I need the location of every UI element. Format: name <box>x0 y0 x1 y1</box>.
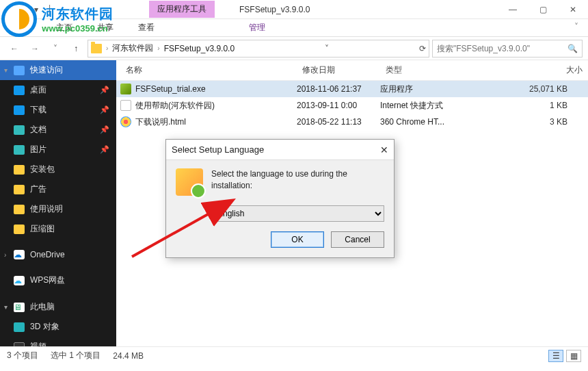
pin-icon: 📌 <box>100 86 109 94</box>
sidebar-item-zip[interactable]: 压缩图 <box>0 219 116 239</box>
sidebar-item-quick-access[interactable]: ▾快速访问 <box>0 60 116 80</box>
language-dialog: Select Setup Language ✕ Select the langu… <box>165 139 395 258</box>
pin-icon: 📌 <box>100 145 109 154</box>
file-row[interactable]: 使用帮助(河东软件园) 2013-09-11 0:00 Internet 快捷方… <box>116 97 588 114</box>
sidebar-item-label: 压缩图 <box>30 223 55 235</box>
maximize-button[interactable]: ▢ <box>528 0 558 19</box>
dialog-title: Select Setup Language <box>172 144 264 155</box>
sidebar-item-manual[interactable]: 使用说明 <box>0 199 116 219</box>
search-icon[interactable]: 🔍 <box>567 44 578 53</box>
sidebar-item-label: 桌面 <box>30 84 46 96</box>
app-tools-context-tab[interactable]: 应用程序工具 <box>149 1 215 18</box>
col-size[interactable]: 大小 <box>473 64 588 76</box>
pin-icon: 📌 <box>100 125 109 134</box>
address-bar: ← → ˅ ↑ › 河东软件园 › FSFSetup_v3.9.0.0 ˅ ⟳ … <box>0 37 588 60</box>
cancel-button[interactable]: Cancel <box>331 231 384 248</box>
status-count: 3 个项目 <box>7 350 38 361</box>
nav-sidebar: ▾快速访问 桌面📌 下载📌 文档📌 图片📌 安装包 广告 使用说明 压缩图 ›☁… <box>0 60 116 346</box>
col-date[interactable]: 修改日期 <box>297 64 380 76</box>
sidebar-item-downloads[interactable]: 下载📌 <box>0 100 116 120</box>
tab-manage[interactable]: 管理 <box>239 19 275 36</box>
url-icon <box>120 100 131 111</box>
status-size: 24.4 MB <box>113 351 144 361</box>
qat-item[interactable]: ▾ <box>30 3 42 16</box>
file-row[interactable]: FSFSetup_trial.exe 2018-11-06 21:37 应用程序… <box>116 81 588 97</box>
ribbon-collapse-icon[interactable]: ˅ <box>565 19 588 36</box>
dialog-close-button[interactable]: ✕ <box>380 144 388 155</box>
sidebar-item-label: 此电脑 <box>30 301 55 313</box>
sidebar-item-wps[interactable]: ☁WPS网盘 <box>0 270 116 290</box>
close-button[interactable]: ✕ <box>558 0 588 19</box>
tab-share[interactable]: 共享 <box>88 19 123 36</box>
breadcrumb[interactable]: › 河东软件园 › FSFSetup_v3.9.0.0 ˅ ⟳ <box>88 40 429 57</box>
sidebar-item-label: 视频 <box>30 341 46 346</box>
sidebar-item-label: 图片 <box>30 144 46 155</box>
crumb-current[interactable]: FSFSetup_v3.9.0.0 <box>164 44 235 53</box>
column-headers: 名称 修改日期 类型 大小 <box>116 60 588 81</box>
sidebar-item-documents[interactable]: 文档📌 <box>0 120 116 140</box>
file-type: 360 Chrome HT... <box>380 117 473 127</box>
sidebar-item-ads[interactable]: 广告 <box>0 179 116 199</box>
titlebar: ▭ ▫ ▾ │ 应用程序工具 FSFSetup_v3.9.0.0 — ▢ ✕ <box>0 0 588 19</box>
file-size: 25,071 KB <box>473 84 588 94</box>
file-name: 下载说明.html <box>135 116 186 128</box>
window-title: FSFSetup_v3.9.0.0 <box>239 5 310 14</box>
refresh-icon[interactable]: ⟳ <box>419 44 426 53</box>
status-bar: 3 个项目 选中 1 个项目 24.4 MB ☰ ▦ <box>0 346 588 364</box>
chevron-right-icon: › <box>157 44 159 52</box>
sidebar-item-installer[interactable]: 安装包 <box>0 159 116 179</box>
dialog-text: Select the language to use during the in… <box>211 168 384 196</box>
qat-item[interactable]: ▫ <box>16 3 29 16</box>
dropdown-icon[interactable]: ˅ <box>325 44 329 53</box>
file-name: 使用帮助(河东软件园) <box>135 100 215 112</box>
sidebar-item-label: 安装包 <box>30 164 55 175</box>
view-icons-button[interactable]: ▦ <box>566 350 581 362</box>
sidebar-item-3d[interactable]: 3D 对象 <box>0 317 116 337</box>
exe-icon <box>120 84 131 94</box>
sidebar-item-this-pc[interactable]: ▾🖥此电脑 <box>0 297 116 317</box>
setup-icon <box>176 168 203 196</box>
col-name[interactable]: 名称 <box>120 64 297 76</box>
status-selected: 选中 1 个项目 <box>51 350 101 361</box>
up-button[interactable]: ↑ <box>67 40 85 57</box>
sidebar-item-label: 快速访问 <box>30 64 63 76</box>
sidebar-item-label: OneDrive <box>30 250 65 259</box>
file-type: 应用程序 <box>380 84 473 95</box>
sidebar-item-label: 广告 <box>30 183 46 195</box>
recent-dropdown[interactable]: ˅ <box>46 40 64 57</box>
pin-icon: 📌 <box>100 105 109 114</box>
search-box[interactable]: 🔍 <box>432 40 583 57</box>
tab-view[interactable]: 查看 <box>129 19 164 36</box>
qat-divider: │ <box>44 3 56 16</box>
view-details-button[interactable]: ☰ <box>548 350 563 362</box>
file-size: 3 KB <box>473 117 588 127</box>
tab-file[interactable]: 文件 <box>5 19 41 36</box>
tab-home[interactable]: 主页 <box>46 19 82 36</box>
folder-icon: ▭ <box>3 3 15 16</box>
sidebar-item-onedrive[interactable]: ›☁OneDrive <box>0 246 116 264</box>
ribbon-tabs: 文件 主页 共享 查看 管理 ˅ <box>0 19 588 37</box>
crumb-parent[interactable]: 河东软件园 <box>112 42 153 54</box>
sidebar-item-label: 下载 <box>30 104 46 116</box>
file-row[interactable]: 下载说明.html 2018-05-22 11:13 360 Chrome HT… <box>116 114 588 130</box>
sidebar-item-label: WPS网盘 <box>30 274 65 286</box>
sidebar-item-desktop[interactable]: 桌面📌 <box>0 80 116 100</box>
col-type[interactable]: 类型 <box>380 64 473 76</box>
ok-button[interactable]: OK <box>271 231 324 248</box>
chevron-right-icon: › <box>106 44 108 52</box>
sidebar-item-pictures[interactable]: 图片📌 <box>0 140 116 159</box>
file-date: 2018-05-22 11:13 <box>297 117 380 127</box>
sidebar-item-label: 文档 <box>30 124 46 136</box>
file-name: FSFSetup_trial.exe <box>135 84 206 94</box>
html-icon <box>120 116 131 127</box>
minimize-button[interactable]: — <box>498 0 528 19</box>
sidebar-item-label: 使用说明 <box>30 203 63 215</box>
sidebar-item-label: 3D 对象 <box>30 321 59 333</box>
language-select[interactable]: English <box>211 205 384 222</box>
folder-icon <box>91 44 102 53</box>
dialog-titlebar: Select Setup Language ✕ <box>166 140 394 160</box>
back-button[interactable]: ← <box>5 40 23 57</box>
forward-button[interactable]: → <box>26 40 44 57</box>
sidebar-item-videos[interactable]: 视频 <box>0 337 116 346</box>
search-input[interactable] <box>437 44 563 53</box>
